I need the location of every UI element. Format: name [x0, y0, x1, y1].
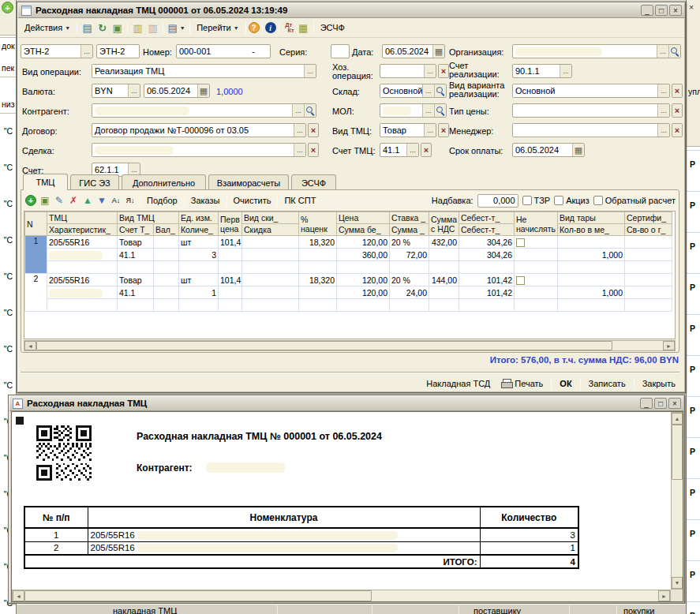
- vid-tmc-field[interactable]: Товар ...: [380, 123, 436, 137]
- grid-cell[interactable]: [154, 236, 179, 249]
- grid-cell[interactable]: шт: [179, 274, 219, 286]
- grid-cell[interactable]: [242, 274, 299, 286]
- grid-cell[interactable]: 1: [25, 236, 47, 274]
- ellipsis-button[interactable]: ...: [422, 104, 434, 117]
- grid-cell[interactable]: 101,4: [219, 236, 242, 249]
- window-tab-purchases[interactable]: покупки: [623, 606, 654, 614]
- grid-cell[interactable]: [299, 286, 337, 299]
- grid-cell[interactable]: 3: [179, 249, 219, 261]
- grid-cell[interactable]: [515, 236, 558, 249]
- add-row-icon[interactable]: +: [24, 193, 38, 208]
- grid-cell[interactable]: [47, 249, 118, 261]
- maximize-button[interactable]: □: [654, 398, 667, 409]
- help-icon[interactable]: ?: [249, 22, 260, 33]
- grid-cell[interactable]: [299, 261, 337, 274]
- ellipsis-button[interactable]: ...: [128, 84, 140, 97]
- minimize-button[interactable]: _: [640, 398, 653, 409]
- grid-cell[interactable]: [429, 261, 459, 274]
- tzr-checkbox[interactable]: ТЗР: [522, 196, 551, 205]
- info-icon[interactable]: i: [265, 22, 276, 33]
- grid-cell[interactable]: [47, 286, 118, 299]
- grid-cell[interactable]: 2: [25, 274, 47, 312]
- minimize-button[interactable]: _: [641, 5, 653, 16]
- grid-cell[interactable]: 120,00: [337, 236, 390, 249]
- podbor-button[interactable]: Подбор: [143, 193, 182, 208]
- scroll-thumb[interactable]: [36, 341, 612, 350]
- grid-cell[interactable]: [558, 299, 625, 312]
- copy-row-icon[interactable]: ▣: [38, 193, 52, 208]
- ellipsis-button[interactable]: ...: [424, 124, 436, 137]
- grid-cell[interactable]: [625, 274, 672, 286]
- grid-cell[interactable]: 432,00: [429, 236, 459, 249]
- grid-cell[interactable]: [242, 261, 299, 274]
- grid-cell[interactable]: [219, 299, 242, 312]
- grid-cell[interactable]: [515, 274, 558, 286]
- preview-vscrollbar[interactable]: ▲ ▼: [671, 412, 683, 590]
- grid-cell[interactable]: [625, 286, 672, 299]
- grid-cell[interactable]: [515, 286, 558, 299]
- grid-cell[interactable]: [429, 299, 459, 312]
- close-button[interactable]: ×: [668, 398, 681, 409]
- sort-desc-icon[interactable]: Я↓: [123, 193, 137, 208]
- grid-cell[interactable]: 205/55R16: [47, 236, 118, 249]
- grid-cell[interactable]: 360,00: [337, 249, 390, 261]
- grid-cell[interactable]: [154, 274, 179, 286]
- clear-button[interactable]: ×: [421, 143, 432, 157]
- grid-cell[interactable]: [154, 261, 179, 274]
- ellipsis-button[interactable]: ...: [292, 104, 304, 117]
- obratny-raschet-checkbox[interactable]: Обратный расчет: [593, 196, 676, 205]
- grid-cell[interactable]: [558, 274, 625, 286]
- grid-cell[interactable]: [154, 286, 179, 299]
- grid-cell[interactable]: [219, 286, 242, 299]
- grid-cell[interactable]: 304,26: [459, 249, 515, 261]
- grid-cell[interactable]: 20 %: [390, 236, 429, 249]
- grid-cell[interactable]: [219, 261, 242, 274]
- grid-cell[interactable]: [390, 299, 429, 312]
- zakazy-button[interactable]: Заказы: [187, 193, 224, 208]
- title-bar[interactable]: А Расходная накладная ТМЦ _ □ ×: [9, 396, 683, 411]
- vid-operacii-field[interactable]: Реализация ТМЦ ...: [92, 64, 316, 78]
- ellipsis-button[interactable]: ...: [294, 124, 305, 137]
- ellipsis-button[interactable]: ...: [80, 45, 92, 58]
- ellipsis-button[interactable]: ...: [294, 144, 305, 156]
- grid-cell[interactable]: 205/55R16: [47, 274, 118, 286]
- vid-varianta-field[interactable]: Основной ...: [512, 84, 670, 98]
- org-field[interactable]: ...: [512, 44, 681, 58]
- ok-button[interactable]: ОК: [554, 376, 577, 391]
- eschf-toolbar-button[interactable]: ЭСЧФ: [316, 20, 349, 36]
- grid-cell[interactable]: [179, 299, 219, 312]
- pk-spt-button[interactable]: ПК СПТ: [280, 193, 320, 208]
- grid-cell[interactable]: [625, 249, 672, 261]
- kurs-date-field[interactable]: 06.05.2024 ▦: [144, 84, 210, 98]
- edit-row-icon[interactable]: ✎: [52, 193, 66, 208]
- grid-cell[interactable]: 41.1: [118, 249, 154, 261]
- search-button[interactable]: [434, 104, 446, 117]
- scroll-right-icon[interactable]: ►: [663, 341, 675, 350]
- scroll-thumb[interactable]: [672, 425, 683, 480]
- grid-cell[interactable]: 120,00: [337, 274, 390, 286]
- ellipsis-button[interactable]: ...: [422, 84, 434, 97]
- pechat-button[interactable]: Печать: [496, 376, 548, 391]
- scroll-thumb[interactable]: [24, 590, 372, 601]
- window-tab-supplier[interactable]: поставщику: [474, 606, 521, 614]
- ochistit-button[interactable]: Очистить: [230, 193, 275, 208]
- akciz-checkbox[interactable]: Акциз: [554, 196, 590, 205]
- clear-button[interactable]: ×: [672, 123, 683, 137]
- grid-cell[interactable]: [242, 249, 299, 261]
- tab-tmc[interactable]: ТМЦ: [23, 174, 68, 190]
- grid-cell[interactable]: 144,00: [429, 274, 459, 286]
- grid-cell[interactable]: [459, 299, 515, 312]
- mol-field[interactable]: ...: [380, 103, 447, 118]
- grid-cell[interactable]: 72,00: [390, 249, 429, 261]
- grid-cell[interactable]: [299, 299, 337, 312]
- grid-cell[interactable]: Товар: [118, 274, 154, 286]
- grid-cell[interactable]: [515, 261, 558, 274]
- goto-menu-button[interactable]: Перейти▼: [193, 20, 243, 36]
- dt-kt-icon[interactable]: ДтКт: [282, 22, 296, 33]
- refresh-icon[interactable]: ↻: [95, 21, 110, 35]
- grid-cell[interactable]: [558, 261, 625, 274]
- nadbavka-field[interactable]: 0,000: [477, 194, 518, 208]
- srok-oplaty-field[interactable]: 06.05.2024 ▦: [512, 143, 585, 157]
- calendar-button[interactable]: ▦: [432, 45, 444, 58]
- grid-hscrollbar[interactable]: ◄ ►: [24, 340, 676, 351]
